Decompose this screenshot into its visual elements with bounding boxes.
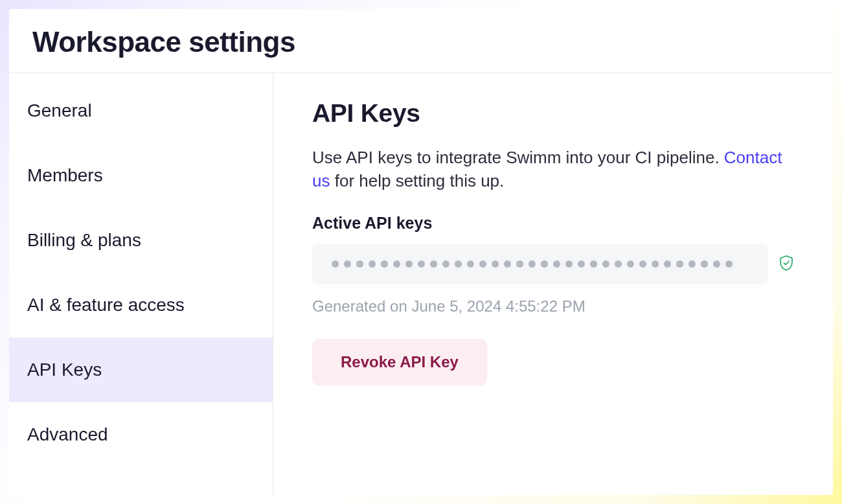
sidebar-item-label: AI & feature access — [27, 295, 185, 315]
page-title: Workspace settings — [32, 26, 810, 58]
api-key-row — [312, 244, 794, 284]
sidebar-item-label: Billing & plans — [27, 230, 141, 250]
sidebar-item-advanced[interactable]: Advanced — [9, 402, 273, 467]
sidebar-item-label: Members — [27, 165, 103, 185]
sidebar-item-api-keys[interactable]: API Keys — [9, 338, 273, 402]
section-description: Use API keys to integrate Swimm into you… — [312, 146, 794, 193]
sidebar-item-label: General — [27, 100, 92, 120]
settings-window: Workspace settings General Members Billi… — [9, 9, 833, 495]
sidebar-item-label: API Keys — [27, 360, 102, 380]
masked-dots — [332, 260, 733, 268]
body: General Members Billing & plans AI & fea… — [9, 73, 833, 495]
sidebar: General Members Billing & plans AI & fea… — [9, 73, 273, 495]
api-key-masked-value[interactable] — [312, 244, 768, 284]
header: Workspace settings — [9, 9, 833, 73]
revoke-api-key-button[interactable]: Revoke API Key — [312, 339, 487, 385]
sidebar-item-members[interactable]: Members — [9, 143, 273, 208]
active-keys-label: Active API keys — [312, 214, 794, 233]
sidebar-item-ai-access[interactable]: AI & feature access — [9, 273, 273, 338]
description-text-2: for help setting this up. — [330, 171, 504, 190]
shield-check-icon — [779, 255, 794, 274]
generated-timestamp: Generated on June 5, 2024 4:55:22 PM — [312, 297, 794, 315]
main-content: API Keys Use API keys to integrate Swimm… — [273, 73, 833, 495]
sidebar-item-billing[interactable]: Billing & plans — [9, 208, 273, 273]
sidebar-item-label: Advanced — [27, 424, 108, 444]
section-title: API Keys — [312, 99, 794, 128]
description-text: Use API keys to integrate Swimm into you… — [312, 148, 724, 167]
sidebar-item-general[interactable]: General — [9, 78, 273, 143]
